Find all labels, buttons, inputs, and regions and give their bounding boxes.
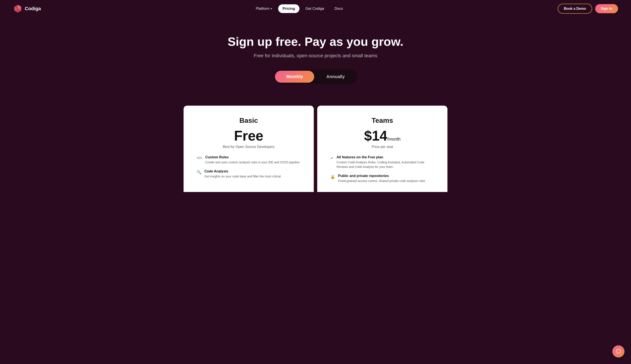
logo-icon (13, 4, 22, 14)
toggle-monthly[interactable]: Monthly (275, 71, 314, 83)
list-item: </> Custom Rules Create and uses custom … (196, 155, 301, 165)
list-item: 🔒 Public and private repositories Fined-… (330, 174, 434, 183)
logo-link[interactable]: Codiga (13, 4, 41, 14)
sign-in-button[interactable]: Sign In (595, 4, 618, 13)
feature-title: Public and private repositories (338, 174, 425, 178)
list-item: ✓ All features on the Free plan Custom C… (330, 155, 434, 169)
lock-icon: 🔒 (330, 174, 335, 179)
hero-subtitle: Free for individuals, open-source projec… (4, 53, 627, 58)
feature-desc: Custom Code Analysis Rules, Coding Assis… (336, 160, 434, 169)
list-item: 🔍 Code Analysis Get insights on your cod… (196, 170, 301, 179)
nav-pricing[interactable]: Pricing (278, 4, 300, 13)
teams-plan-price: $14/month (330, 129, 434, 143)
hero-title: Sign up free. Pay as you grow. (4, 35, 627, 48)
chat-icon (616, 348, 621, 354)
nav-get-codiga[interactable]: Get Codiga (301, 4, 328, 13)
toggle-pill: Monthly Annually (274, 70, 357, 84)
chevron-down-icon: ▾ (271, 7, 272, 10)
nav-platform[interactable]: Platform ▾ (252, 4, 276, 13)
teams-feature-list: ✓ All features on the Free plan Custom C… (330, 155, 434, 183)
pricing-cards-wrapper: Basic Free Best for Open Source Develope… (164, 106, 468, 192)
teams-price-amount: $14/month (364, 128, 400, 144)
feature-desc: Fined-grained access control. Shared pri… (338, 179, 425, 183)
logo-text: Codiga (25, 6, 41, 12)
check-circle-icon: ✓ (330, 156, 334, 160)
feature-title: Custom Rules (205, 155, 300, 159)
chat-button[interactable] (612, 345, 624, 358)
code-icon: </> (196, 156, 202, 160)
feature-desc: Create and uses custom analysis rules in… (205, 160, 300, 165)
basic-plan-title: Basic (196, 116, 301, 124)
hero-section: Sign up free. Pay as you grow. Free for … (0, 17, 631, 106)
basic-price-amount: Free (234, 128, 263, 144)
teams-plan-title: Teams (330, 116, 434, 124)
nav-right: Book a Demo Sign In (558, 4, 618, 14)
navbar: Codiga Platform ▾ Pricing Get Codiga Doc… (0, 0, 631, 17)
search-icon: 🔍 (196, 170, 201, 174)
nav-center: Platform ▾ Pricing Get Codiga Docs (252, 4, 348, 13)
teams-price-note: Price per seat (330, 145, 434, 149)
toggle-annually[interactable]: Annually (315, 71, 356, 83)
billing-toggle: Monthly Annually (4, 70, 627, 84)
feature-title: All features on the Free plan (336, 155, 434, 159)
basic-plan-price: Free (196, 129, 301, 143)
book-demo-button[interactable]: Book a Demo (558, 4, 592, 14)
basic-feature-list: </> Custom Rules Create and uses custom … (196, 155, 301, 179)
nav-docs[interactable]: Docs (330, 4, 348, 13)
basic-plan-card: Basic Free Best for Open Source Develope… (184, 106, 314, 192)
basic-price-note: Best for Open Source Developers (196, 145, 301, 149)
teams-plan-card: Teams $14/month Price per seat ✓ All fea… (317, 106, 448, 192)
feature-desc: Get insights on your code base and filte… (204, 174, 281, 179)
feature-title: Code Analysis (204, 170, 281, 173)
